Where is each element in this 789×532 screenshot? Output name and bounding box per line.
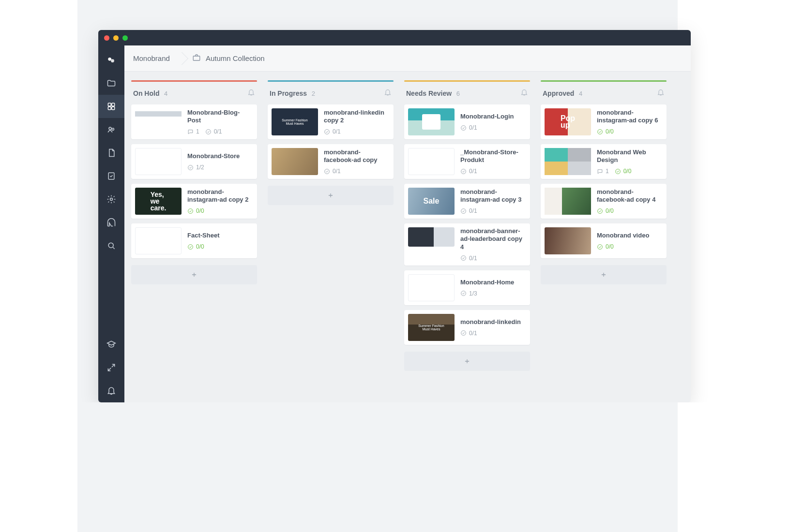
card[interactable]: monobrand-facebook-ad copy 0/1 xyxy=(268,144,394,179)
svg-rect-4 xyxy=(108,107,111,110)
nav-palette-icon[interactable] xyxy=(98,211,124,234)
svg-point-21 xyxy=(461,256,466,261)
nav-document-icon[interactable] xyxy=(98,141,124,164)
card-approval: 0/0 xyxy=(597,243,614,250)
card-title: monobrand-banner-ad-leaderboard copy 4 xyxy=(460,227,526,251)
add-card-button[interactable] xyxy=(404,352,530,371)
card[interactable]: monobrand-banner-ad-leaderboard copy 4 0… xyxy=(404,223,530,266)
card-thumbnail xyxy=(408,227,455,247)
add-card-button[interactable] xyxy=(268,186,394,205)
card[interactable]: Summer Fashion Must Haves monobrand-link… xyxy=(268,104,394,139)
nav-folder-icon[interactable] xyxy=(98,72,124,95)
card-approval: 0/1 xyxy=(460,124,477,131)
svg-point-15 xyxy=(188,244,193,249)
card-title: monobrand-instagram-ad copy 2 xyxy=(187,188,253,204)
card-approval: 0/0 xyxy=(615,168,632,175)
card[interactable]: Monobrand-Blog-Post 1 0/1 xyxy=(131,104,257,139)
nav-board-icon[interactable] xyxy=(98,95,124,118)
svg-point-19 xyxy=(461,169,466,174)
window-minimize-icon[interactable] xyxy=(113,35,119,41)
bell-icon[interactable] xyxy=(657,89,665,98)
nav-expand-icon[interactable] xyxy=(98,356,124,379)
card-approval: 0/1 xyxy=(460,168,477,175)
card-thumbnail xyxy=(135,148,182,175)
card[interactable]: Monobrand video 0/0 xyxy=(541,223,667,258)
add-card-button[interactable] xyxy=(541,265,667,284)
card-title: monobrand-facebook-ad copy 4 xyxy=(597,188,663,204)
card[interactable]: Yes, we care. monobrand-instagram-ad cop… xyxy=(131,184,257,219)
column-needs-review: Needs Review 6 Monobrand-Login xyxy=(404,80,530,371)
card-title: monobrand-instagram-ad copy 6 xyxy=(597,109,663,125)
svg-point-22 xyxy=(461,291,466,296)
card-thumbnail xyxy=(408,148,455,175)
card[interactable]: Sale monobrand-instagram-ad copy 3 0/1 xyxy=(404,184,530,219)
card-comments: 1 xyxy=(597,168,609,175)
column-count: 4 xyxy=(164,90,167,97)
svg-rect-11 xyxy=(193,56,200,60)
bell-icon[interactable] xyxy=(384,89,392,98)
svg-point-26 xyxy=(598,208,603,213)
card-approval: 0/1 xyxy=(460,207,477,214)
window-zoom-icon[interactable] xyxy=(122,35,128,41)
card-thumbnail xyxy=(135,108,182,135)
card[interactable]: Monobrand-Home 1/3 xyxy=(404,270,530,305)
app-logo-icon[interactable] xyxy=(98,48,124,72)
window-controls xyxy=(104,35,128,41)
bell-icon[interactable] xyxy=(520,89,528,98)
column-approved: Approved 4 Pop up monobrand-instagram-ad… xyxy=(541,80,667,371)
kanban-board: On Hold 4 Monobrand-Blog-Post xyxy=(124,72,691,402)
card-thumbnail xyxy=(545,227,591,254)
card-title: monobrand-linkedin xyxy=(460,318,526,326)
svg-point-12 xyxy=(206,129,211,134)
main-area: Monobrand Autumn Collection xyxy=(124,45,691,402)
breadcrumb-project-label: Autumn Collection xyxy=(206,54,265,62)
nav-notifications-icon[interactable] xyxy=(98,379,124,402)
card[interactable]: Monobrand-Store 1/2 xyxy=(131,144,257,179)
nav-team-icon[interactable] xyxy=(98,118,124,141)
breadcrumb-bar: Monobrand Autumn Collection xyxy=(124,45,691,72)
card-thumbnail: Summer Fashion Must Haves xyxy=(408,314,455,341)
window-close-icon[interactable] xyxy=(104,35,109,41)
column-color-strip xyxy=(541,80,667,82)
nav-settings-icon[interactable] xyxy=(98,188,124,211)
card[interactable]: _Monobrand-Store-Produkt 0/1 xyxy=(404,144,530,179)
card-approval: 0/1 xyxy=(460,255,477,262)
card-approval: 0/1 xyxy=(460,330,477,337)
column-in-progress: In Progress 2 Summer Fashion Must Haves … xyxy=(268,80,394,371)
svg-rect-5 xyxy=(112,107,115,110)
card-title: Fact-Sheet xyxy=(187,232,253,239)
card-approval: 0/0 xyxy=(187,243,204,250)
card[interactable]: monobrand-facebook-ad copy 4 0/0 xyxy=(541,184,667,219)
nav-search-icon[interactable] xyxy=(98,234,124,257)
card[interactable]: Monobrand-Login 0/1 xyxy=(404,104,530,139)
card[interactable]: Summer Fashion Must Haves monobrand-link… xyxy=(404,310,530,345)
svg-rect-3 xyxy=(112,103,115,106)
card[interactable]: Fact-Sheet 0/0 xyxy=(131,223,257,258)
card-approval: 0/0 xyxy=(597,207,614,214)
card-thumbnail xyxy=(408,108,455,135)
card-approval: 1/3 xyxy=(460,290,477,297)
add-card-button[interactable] xyxy=(131,265,257,284)
column-title: Needs Review xyxy=(406,89,452,97)
card[interactable]: Monobrand Web Design 1 0/0 xyxy=(541,144,667,179)
nav-learn-icon[interactable] xyxy=(98,333,124,356)
column-title: Approved xyxy=(543,89,574,97)
svg-point-10 xyxy=(108,243,113,248)
card[interactable]: Pop up monobrand-instagram-ad copy 6 0/0 xyxy=(541,104,667,139)
card-title: monobrand-facebook-ad copy xyxy=(324,148,390,164)
card-title: Monobrand-Blog-Post xyxy=(187,109,253,125)
nav-checklist-icon[interactable] xyxy=(98,164,124,188)
briefcase-icon xyxy=(192,53,201,63)
card-thumbnail: Yes, we care. xyxy=(135,188,182,215)
bell-icon[interactable] xyxy=(247,89,255,98)
breadcrumb-project[interactable]: Autumn Collection xyxy=(180,45,274,72)
breadcrumb-workspace-label: Monobrand xyxy=(133,54,170,62)
card-thumbnail: Pop up xyxy=(545,108,591,135)
svg-rect-2 xyxy=(108,103,111,106)
svg-point-17 xyxy=(325,169,330,174)
card-thumbnail xyxy=(272,148,318,175)
svg-point-24 xyxy=(598,129,603,134)
breadcrumb-workspace[interactable]: Monobrand xyxy=(133,45,180,72)
card-title: monobrand-instagram-ad copy 3 xyxy=(460,188,526,204)
card-approval: 0/1 xyxy=(324,128,341,135)
